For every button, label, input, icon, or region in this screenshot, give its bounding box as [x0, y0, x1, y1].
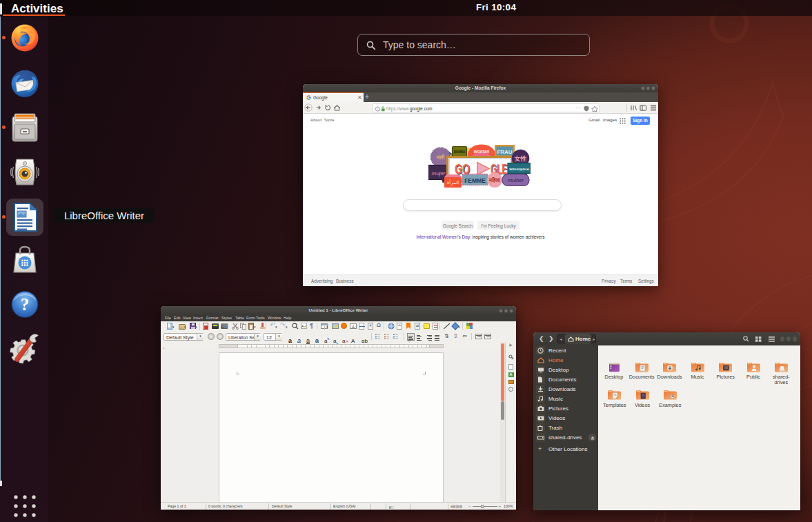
svg-text:woman: woman [474, 149, 489, 154]
svg-text:ЖЕНЩИНА: ЖЕНЩИНА [508, 168, 530, 171]
svg-text:المرأة: المرأة [447, 179, 459, 185]
svg-text:mujer: mujer [431, 170, 445, 177]
svg-text:女性: 女性 [514, 155, 527, 162]
svg-text:महिला: महिला [488, 177, 500, 183]
svg-text:mulher: mulher [508, 177, 524, 183]
svg-text:i: i [377, 107, 378, 111]
svg-text:नारी: नारी [436, 154, 446, 161]
svg-text:FRAU: FRAU [497, 149, 512, 155]
svg-text:?: ? [21, 295, 30, 314]
svg-text:FEMME: FEMME [464, 177, 486, 184]
svg-text:DONNA: DONNA [454, 150, 466, 154]
